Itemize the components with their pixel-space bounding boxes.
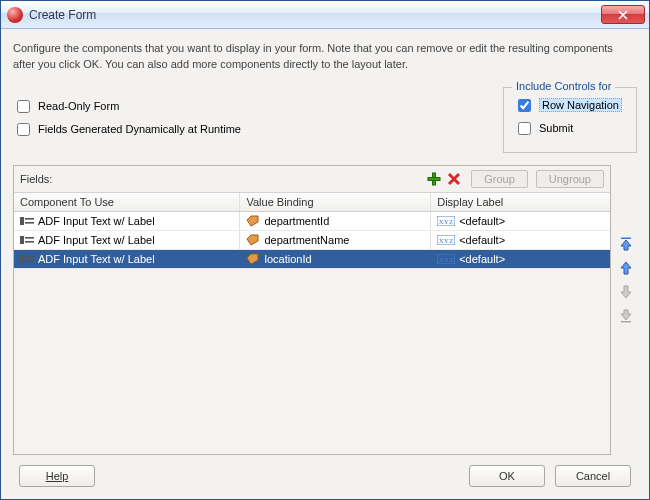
- chevron-down-icon: [618, 284, 634, 300]
- header-display[interactable]: Display Label: [431, 193, 610, 211]
- dynamic-fields-input[interactable]: [17, 123, 30, 136]
- add-button[interactable]: [425, 170, 443, 188]
- cell-display: <default>: [459, 215, 505, 227]
- svg-rect-8: [25, 237, 34, 239]
- row-navigation-label: Row Navigation: [539, 98, 622, 112]
- dynamic-fields-label: Fields Generated Dynamically at Runtime: [38, 123, 241, 135]
- tag-icon: [246, 253, 260, 265]
- dynamic-fields-checkbox[interactable]: Fields Generated Dynamically at Runtime: [13, 120, 483, 139]
- table-empty-area: [14, 269, 610, 454]
- move-bottom-button[interactable]: [617, 307, 635, 325]
- cell-display: <default>: [459, 253, 505, 265]
- svg-rect-13: [25, 256, 34, 258]
- submit-label: Submit: [539, 122, 573, 134]
- delete-button[interactable]: [445, 170, 463, 188]
- svg-rect-7: [20, 236, 24, 244]
- delete-icon: [447, 172, 461, 186]
- group-button[interactable]: Group: [471, 170, 528, 188]
- cell-binding: locationId: [264, 253, 311, 265]
- svg-rect-2: [20, 217, 24, 225]
- readonly-form-input[interactable]: [17, 100, 30, 113]
- cell-binding: departmentId: [264, 215, 329, 227]
- window-title: Create Form: [29, 8, 595, 22]
- cell-component: ADF Input Text w/ Label: [38, 253, 155, 265]
- svg-rect-9: [25, 241, 34, 243]
- svg-text:XYZ: XYZ: [439, 218, 453, 226]
- include-controls-legend: Include Controls for: [512, 80, 615, 92]
- xyz-icon: XYZ: [437, 216, 455, 226]
- row-navigation-checkbox[interactable]: Row Navigation: [514, 96, 622, 115]
- move-down-button[interactable]: [617, 283, 635, 301]
- svg-rect-18: [621, 321, 631, 323]
- move-up-button[interactable]: [617, 259, 635, 277]
- chevron-top-icon: [618, 236, 634, 252]
- cell-component: ADF Input Text w/ Label: [38, 215, 155, 227]
- description-text: Configure the components that you want t…: [13, 41, 637, 73]
- readonly-form-checkbox[interactable]: Read-Only Form: [13, 97, 483, 116]
- svg-rect-3: [25, 218, 34, 220]
- svg-rect-17: [621, 237, 631, 239]
- close-icon: [618, 10, 628, 20]
- include-controls-group: Include Controls for Row Navigation Subm…: [503, 87, 637, 153]
- ok-button[interactable]: OK: [469, 465, 545, 487]
- cell-display: <default>: [459, 234, 505, 246]
- close-button[interactable]: [601, 5, 645, 24]
- svg-text:XYZ: XYZ: [439, 256, 453, 264]
- svg-rect-12: [20, 255, 24, 263]
- table-row[interactable]: ADF Input Text w/ LabellocationIdXYZ<def…: [14, 250, 610, 269]
- fields-table: Component To Use Value Binding Display L…: [14, 193, 610, 454]
- submit-checkbox[interactable]: Submit: [514, 119, 622, 138]
- fields-label: Fields:: [20, 173, 423, 185]
- tag-icon: [246, 215, 260, 227]
- svg-rect-4: [25, 222, 34, 224]
- input-field-icon: [20, 234, 34, 246]
- header-component[interactable]: Component To Use: [14, 193, 240, 211]
- svg-rect-1: [428, 177, 440, 180]
- ungroup-button[interactable]: Ungroup: [536, 170, 604, 188]
- move-top-button[interactable]: [617, 235, 635, 253]
- plus-icon: [427, 172, 441, 186]
- chevron-bottom-icon: [618, 308, 634, 324]
- svg-rect-14: [25, 260, 34, 262]
- xyz-icon: XYZ: [437, 235, 455, 245]
- table-row[interactable]: ADF Input Text w/ LabeldepartmentIdXYZ<d…: [14, 212, 610, 231]
- input-field-icon: [20, 215, 34, 227]
- submit-input[interactable]: [518, 122, 531, 135]
- svg-text:XYZ: XYZ: [439, 237, 453, 245]
- input-field-icon: [20, 253, 34, 265]
- cell-binding: departmentName: [264, 234, 349, 246]
- header-binding[interactable]: Value Binding: [240, 193, 431, 211]
- app-icon: [7, 7, 23, 23]
- cancel-button[interactable]: Cancel: [555, 465, 631, 487]
- readonly-form-label: Read-Only Form: [38, 100, 119, 112]
- xyz-icon: XYZ: [437, 254, 455, 264]
- cell-component: ADF Input Text w/ Label: [38, 234, 155, 246]
- help-button[interactable]: Help: [19, 465, 95, 487]
- chevron-up-icon: [618, 260, 634, 276]
- table-row[interactable]: ADF Input Text w/ LabeldepartmentNameXYZ…: [14, 231, 610, 250]
- row-navigation-input[interactable]: [518, 99, 531, 112]
- tag-icon: [246, 234, 260, 246]
